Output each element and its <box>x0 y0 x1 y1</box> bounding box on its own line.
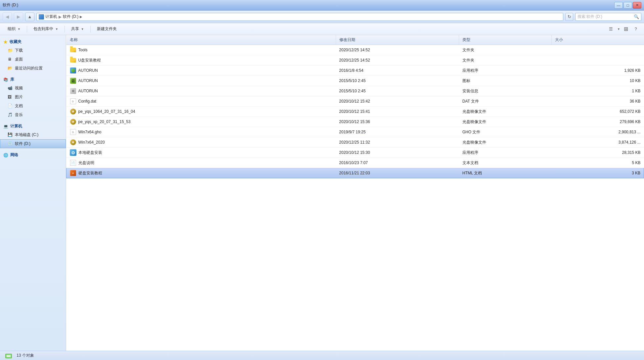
sidebar-item-image[interactable]: 🖼 图片 <box>0 93 66 102</box>
close-button[interactable]: ✕ <box>633 2 641 9</box>
search-icon: 🔍 <box>634 14 639 19</box>
sidebar-computer-header: 💻 计算机 <box>0 122 66 130</box>
maximize-button[interactable]: □ <box>623 2 632 9</box>
search-box[interactable]: 搜索 软件 (D:) 🔍 <box>575 13 641 21</box>
col-header-type[interactable]: 类型 <box>459 35 551 45</box>
table-row[interactable]: GWin7x64.gho2019/9/7 19:25GHO 文件2,900,81… <box>66 127 644 137</box>
organize-dropdown-arrow: ▼ <box>18 27 21 31</box>
col-header-name[interactable]: 名称 <box>66 35 336 45</box>
sidebar-item-video[interactable]: 📹 视频 <box>0 84 66 93</box>
sidebar-section-favorites: ★ 收藏夹 📁 下载 🖥 桌面 📂 最近访问的位置 <box>0 38 66 73</box>
include-library-dropdown-arrow: ▼ <box>55 27 58 31</box>
file-date-11: 2020/10/12 15:30 <box>336 148 459 158</box>
sidebar-item-drive-d[interactable]: 💿 软件 (D:) <box>0 139 66 148</box>
sidebar-section-library: 📚 库 📹 视频 🖼 图片 📄 文档 🎵 音乐 <box>0 75 66 119</box>
file-date-4: 2015/5/10 2:45 <box>336 76 459 86</box>
sidebar-item-doc[interactable]: 📄 文档 <box>0 102 66 111</box>
file-size-13: 3 KB <box>551 168 644 178</box>
share-dropdown-arrow: ▼ <box>81 27 84 31</box>
table-row[interactable]: pe_yqs_1064_20_07_31_16_042020/10/12 15:… <box>66 107 644 117</box>
file-date-2: 2020/12/25 14:52 <box>336 55 459 66</box>
svg-rect-2 <box>7 355 11 357</box>
folder-icon: 📁 <box>8 48 13 53</box>
file-name-cell-7: pe_yqs_1064_20_07_31_16_04 <box>66 107 336 117</box>
file-size-2 <box>551 55 644 66</box>
file-date-13: 2016/11/21 22:03 <box>336 168 459 178</box>
file-name-cell-8: pe_yqs_xp_20_07_31_15_53 <box>66 117 336 127</box>
video-icon: 📹 <box>8 86 13 91</box>
address-sep-1: ▶ <box>59 15 62 19</box>
address-computer-icon <box>39 14 44 20</box>
file-date-6: 2020/10/12 15:42 <box>336 96 459 107</box>
library-icon: 📚 <box>3 77 8 82</box>
up-button[interactable]: ▲ <box>25 13 34 21</box>
file-date-9: 2019/9/7 19:25 <box>336 127 459 137</box>
sidebar-favorites-header: ★ 收藏夹 <box>0 38 66 46</box>
file-name-cell-1: Tools <box>66 45 336 55</box>
preview-pane-button[interactable]: ⊞ <box>622 25 630 33</box>
view-options-button[interactable]: ☰ <box>607 25 615 33</box>
favorites-star-icon: ★ <box>3 39 8 45</box>
sidebar-item-drive-c[interactable]: 💾 本地磁盘 (C:) <box>0 130 66 139</box>
table-row[interactable]: Win7x64_20202020/12/25 11:32光盘映像文件3,874,… <box>66 137 644 148</box>
sidebar-section-computer: 💻 计算机 💾 本地磁盘 (C:) 💿 软件 (D:) <box>0 122 66 148</box>
toolbar: 组织 ▼ 包含到库中 ▼ 共享 ▼ 新建文件夹 ☰ ▼ ⊞ ? <box>0 23 644 35</box>
view-icon: ☰ <box>609 26 613 31</box>
file-size-10: 3,874,126 ... <box>551 137 644 148</box>
file-type-1: 文件夹 <box>459 45 551 55</box>
sidebar-item-desktop[interactable]: 🖥 桌面 <box>0 55 66 64</box>
file-date-3: 2016/1/8 4:54 <box>336 66 459 76</box>
file-size-5: 1 KB <box>551 86 644 96</box>
file-name-cell-2: U盘安装教程 <box>66 55 336 66</box>
back-button[interactable]: ◀ <box>3 13 12 21</box>
table-row[interactable]: DConfig.dat2020/10/12 15:42DAT 文件36 KB <box>66 96 644 107</box>
address-bar[interactable]: 计算机 ▶ 软件 (D:) ▶ <box>36 13 563 21</box>
file-name-cell-3: AUTORUN <box>66 66 336 76</box>
file-date-5: 2015/5/10 2:45 <box>336 86 459 96</box>
help-icon: ? <box>634 26 637 31</box>
sidebar-item-download[interactable]: 📁 下载 <box>0 46 66 55</box>
new-folder-button[interactable]: 新建文件夹 <box>93 24 120 34</box>
file-type-8: 光盘映像文件 <box>459 117 551 127</box>
sidebar-item-music[interactable]: 🎵 音乐 <box>0 111 66 119</box>
titlebar-title: 软件 (D:) <box>3 2 18 8</box>
file-name-cell-10: Win7x64_2020 <box>66 137 336 148</box>
file-type-6: DAT 文件 <box>459 96 551 107</box>
table-row[interactable]: Tools2020/12/25 14:52文件夹 <box>66 45 644 55</box>
desktop-icon: 🖥 <box>8 57 13 62</box>
table-row[interactable]: U盘安装教程2020/12/25 14:52文件夹 <box>66 55 644 66</box>
minimize-button[interactable]: — <box>614 2 623 9</box>
file-size-1 <box>551 45 644 55</box>
sidebar-library-header: 📚 库 <box>0 75 66 84</box>
share-button[interactable]: 共享 ▼ <box>67 24 88 34</box>
file-type-10: 光盘映像文件 <box>459 137 551 148</box>
table-row[interactable]: AUTORUN2016/1/8 4:54应用程序1,926 KB <box>66 66 644 76</box>
file-name-cell-12: 📄光盘说明 <box>66 158 336 168</box>
view-dropdown-arrow: ▼ <box>617 27 620 31</box>
file-name-cell-6: DConfig.dat <box>66 96 336 107</box>
organize-button[interactable]: 组织 ▼ <box>4 24 24 34</box>
table-row[interactable]: 📄光盘说明2016/10/23 7:07文本文档5 KB <box>66 158 644 168</box>
table-row[interactable]: 💿本地硬盘安装2020/10/12 15:30应用程序28,315 KB <box>66 148 644 158</box>
disk-c-icon: 💾 <box>8 132 13 138</box>
table-row[interactable]: 🖼AUTORUN2015/5/10 2:45图标10 KB <box>66 76 644 86</box>
sidebar-section-network: 🌐 网络 <box>0 151 66 159</box>
toolbar-right: ☰ ▼ ⊞ ? <box>607 25 640 33</box>
file-size-7: 652,072 KB <box>551 107 644 117</box>
sidebar-item-recent[interactable]: 📂 最近访问的位置 <box>0 64 66 73</box>
file-name-cell-13: H硬盘安装教程 <box>66 168 336 178</box>
file-date-8: 2020/10/12 15:36 <box>336 117 459 127</box>
include-library-button[interactable]: 包含到库中 ▼ <box>30 24 62 34</box>
table-row[interactable]: pe_yqs_xp_20_07_31_15_532020/10/12 15:36… <box>66 117 644 127</box>
table-row[interactable]: ⚙AUTORUN2015/5/10 2:45安装信息1 KB <box>66 86 644 96</box>
titlebar: 软件 (D:) — □ ✕ <box>0 0 644 11</box>
help-button[interactable]: ? <box>631 25 640 33</box>
forward-button[interactable]: ▶ <box>14 13 23 21</box>
address-part-computer: 计算机 <box>45 14 57 20</box>
col-header-modified[interactable]: 修改日期 <box>336 35 459 45</box>
file-size-4: 10 KB <box>551 76 644 86</box>
col-header-size[interactable]: 大小 <box>551 35 644 45</box>
refresh-button[interactable]: ↻ <box>565 13 573 21</box>
network-icon: 🌐 <box>3 153 8 158</box>
table-row[interactable]: H硬盘安装教程2016/11/21 22:03HTML 文档3 KB <box>66 168 644 178</box>
